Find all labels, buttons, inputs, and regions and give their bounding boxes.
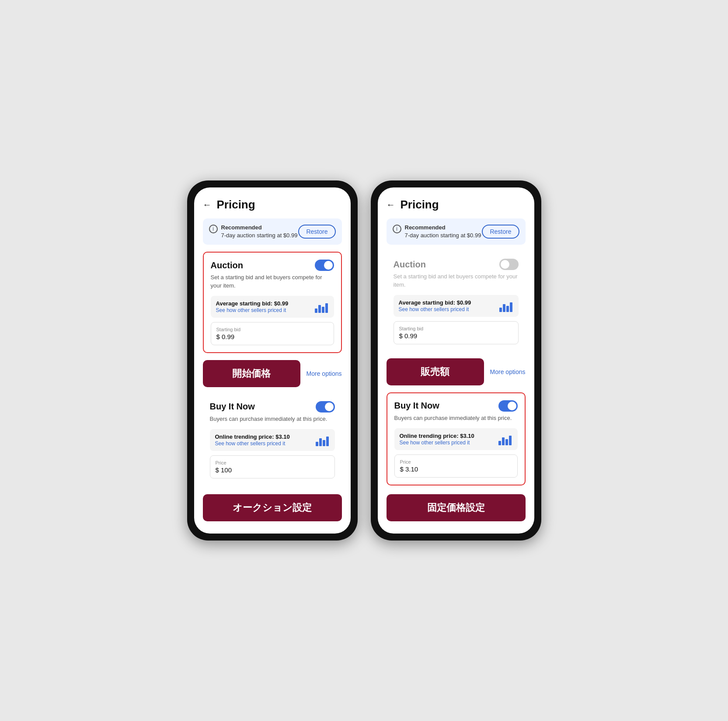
auction-toggle-2[interactable] <box>499 259 519 270</box>
buy-it-now-desc-1: Buyers can purchase immediately at this … <box>210 415 335 423</box>
starting-bid-field-2[interactable]: Starting bid $ 0.99 <box>394 321 519 344</box>
back-arrow-2[interactable]: ← <box>387 200 395 210</box>
info-icon-2: i <box>393 225 401 233</box>
phone-1-header: ← Pricing <box>203 198 342 211</box>
auction-section-2: Auction Set a starting bid and let buyer… <box>387 252 526 351</box>
chart-icon-1b <box>316 434 330 446</box>
buy-it-now-section-2: Buy It Now Buyers can purchase immediate… <box>387 392 526 485</box>
recommended-left-1: i Recommended 7-day auction starting at … <box>209 224 298 239</box>
cta-label-1: 開始価格 <box>232 368 271 379</box>
buy-it-now-price-text-2: Online trending price: $3.10 See how oth… <box>400 433 474 446</box>
buy-it-now-toggle-2[interactable] <box>498 400 518 412</box>
recommended-banner-1: i Recommended 7-day auction starting at … <box>203 218 342 245</box>
recommended-text-2: Recommended 7-day auction starting at $0… <box>405 224 481 239</box>
auction-section-1: Auction Set a starting bid and let buyer… <box>203 252 342 353</box>
page-title-2: Pricing <box>401 198 439 211</box>
buy-it-now-section-1: Buy It Now Buyers can purchase immediate… <box>203 394 342 485</box>
auction-price-link-1[interactable]: See how other sellers priced it <box>216 307 286 313</box>
phone-2-header: ← Pricing <box>387 198 526 211</box>
buy-it-now-desc-2: Buyers can purchase immediately at this … <box>394 414 518 422</box>
back-arrow-1[interactable]: ← <box>203 200 212 210</box>
phone-1: ← Pricing i Recommended 7-day auction st… <box>187 180 358 541</box>
main-container: ← Pricing i Recommended 7-day auction st… <box>187 180 541 541</box>
auction-price-link-2[interactable]: See how other sellers priced it <box>399 306 469 312</box>
auction-desc-1: Set a starting bid and let buyers compet… <box>211 274 334 289</box>
starting-bid-field-1[interactable]: Starting bid $ 0.99 <box>211 322 334 345</box>
phone-1-screen: ← Pricing i Recommended 7-day auction st… <box>194 187 351 534</box>
buy-it-now-price-link-1[interactable]: See how other sellers priced it <box>215 440 286 447</box>
starting-bid-wrapper-1: Starting bid $ 0.99 <box>211 322 334 345</box>
buy-it-now-header-2: Buy It Now <box>394 400 518 412</box>
price-wrapper-2: Price $ 3.10 <box>394 454 518 478</box>
starting-bid-wrapper-2: Starting bid $ 0.99 <box>394 321 519 344</box>
price-value-2: $ 3.10 <box>400 465 418 473</box>
restore-button-1[interactable]: Restore <box>298 225 335 239</box>
info-icon-1: i <box>209 225 218 233</box>
cta-row-2: 販売額 More options <box>387 358 526 385</box>
chart-icon-2b <box>498 433 512 445</box>
auction-header-2: Auction <box>394 259 519 270</box>
starting-bid-label-2: Starting bid <box>399 326 513 331</box>
price-label-1: Price <box>216 460 329 465</box>
cta-button-3[interactable]: 販売額 <box>387 358 484 385</box>
starting-bid-label-1: Starting bid <box>216 327 328 332</box>
phone-2: ← Pricing i Recommended 7-day auction st… <box>371 180 541 541</box>
phone-2-screen: ← Pricing i Recommended 7-day auction st… <box>378 187 534 534</box>
buy-it-now-price-info-1: Online trending price: $3.10 See how oth… <box>210 429 335 451</box>
auction-price-info-2: Average starting bid: $0.99 See how othe… <box>394 295 519 317</box>
starting-bid-value-2: $ 0.99 <box>399 332 418 340</box>
auction-title-2: Auction <box>394 260 426 270</box>
cta-button-4[interactable]: 固定価格設定 <box>387 494 526 521</box>
price-value-1: $ 100 <box>216 466 232 474</box>
more-options-link-2[interactable]: More options <box>490 368 526 375</box>
cta-label-2: オークション設定 <box>233 502 312 513</box>
buy-it-now-header-1: Buy It Now <box>210 401 335 412</box>
price-wrapper-1: Price $ 100 <box>210 455 335 478</box>
auction-header-1: Auction <box>211 260 334 271</box>
chart-icon-1 <box>315 301 329 313</box>
recommended-text-1: Recommended 7-day auction starting at $0… <box>221 224 298 239</box>
cta-label-4: 固定価格設定 <box>427 502 485 513</box>
buy-it-now-price-info-2: Online trending price: $3.10 See how oth… <box>394 428 518 450</box>
buy-it-now-title-1: Buy It Now <box>210 402 255 412</box>
chart-icon-2 <box>499 300 513 312</box>
cta-label-3: 販売額 <box>421 366 449 377</box>
auction-price-info-1: Average starting bid: $0.99 See how othe… <box>211 296 334 318</box>
auction-price-text-2: Average starting bid: $0.99 See how othe… <box>399 299 471 312</box>
cta-row-1: 開始価格 More options <box>203 360 342 387</box>
auction-toggle-1[interactable] <box>315 260 334 271</box>
buy-it-now-title-2: Buy It Now <box>394 401 439 411</box>
auction-desc-2: Set a starting bid and let buyers compet… <box>394 273 519 288</box>
cta-button-1[interactable]: 開始価格 <box>203 360 300 387</box>
restore-button-2[interactable]: Restore <box>482 225 519 239</box>
page-title-1: Pricing <box>217 198 255 211</box>
recommended-banner-2: i Recommended 7-day auction starting at … <box>387 218 526 245</box>
auction-title-1: Auction <box>211 260 243 270</box>
buy-it-now-price-text-1: Online trending price: $3.10 See how oth… <box>215 433 290 447</box>
auction-price-text-1: Average starting bid: $0.99 See how othe… <box>216 300 289 313</box>
price-label-2: Price <box>400 459 512 464</box>
price-field-2[interactable]: Price $ 3.10 <box>394 454 518 478</box>
cta-button-2[interactable]: オークション設定 <box>203 494 342 521</box>
more-options-link-1[interactable]: More options <box>307 370 342 377</box>
recommended-left-2: i Recommended 7-day auction starting at … <box>393 224 481 239</box>
starting-bid-value-1: $ 0.99 <box>216 333 235 340</box>
buy-it-now-price-link-2[interactable]: See how other sellers priced it <box>400 440 470 446</box>
price-field-1[interactable]: Price $ 100 <box>210 455 335 478</box>
buy-it-now-toggle-1[interactable] <box>316 401 335 412</box>
